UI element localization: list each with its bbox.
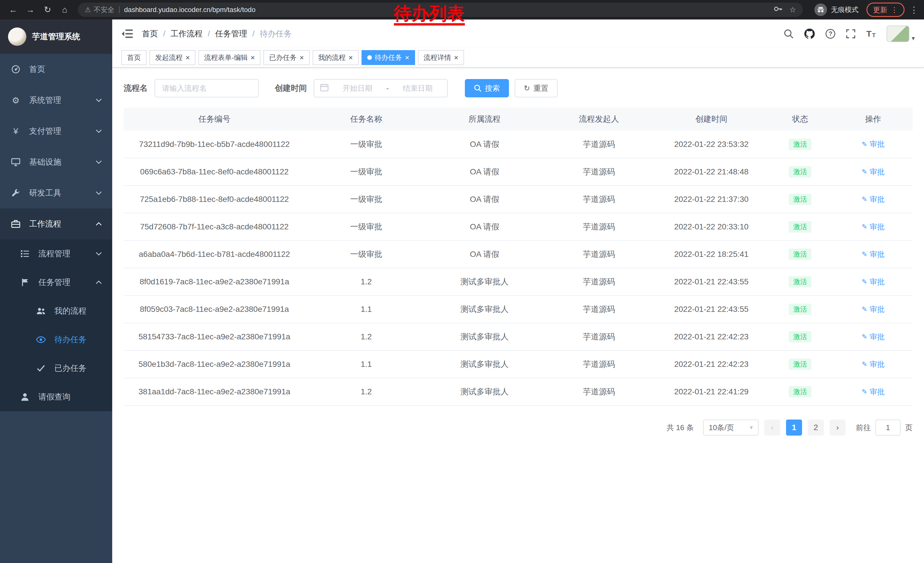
goto-page-input[interactable] [875, 419, 900, 435]
bookmark-star-icon[interactable]: ☆ [789, 6, 796, 14]
security-status[interactable]: ⚠ 不安全 [85, 5, 114, 14]
tab-todo-tasks[interactable]: 待办任务× [362, 50, 415, 65]
col-task-id: 任务编号 [124, 108, 305, 131]
table-row: 8f0d1619-7ac8-11ec-a9e2-a2380e71991a1.2测… [124, 268, 912, 296]
close-icon[interactable]: × [299, 54, 304, 61]
status-badge: 激活 [789, 221, 812, 233]
approve-button[interactable]: ✎审批 [862, 139, 885, 149]
github-icon[interactable] [804, 29, 814, 39]
browser-menu-icon[interactable]: ⋮ [910, 5, 918, 15]
top-navbar: 首页 工作流程 任务管理 待办任务 ? TT ▾ [112, 20, 924, 48]
approve-button[interactable]: ✎审批 [862, 305, 885, 314]
tab-start-process[interactable]: 发起流程× [149, 50, 195, 65]
sidebar-item-label: 待办任务 [54, 334, 87, 345]
next-page-button[interactable]: › [830, 419, 846, 435]
sidebar-item-system-management[interactable]: ⚙ 系统管理 [0, 85, 112, 116]
approve-button[interactable]: ✎审批 [862, 222, 885, 232]
dashboard-icon [10, 65, 21, 74]
table-row: 069c6a63-7b8a-11ec-8ef0-acde48001122一级审批… [124, 158, 912, 186]
chevron-down-icon [96, 252, 102, 255]
sidebar-item-my-processes[interactable]: 我的流程 [0, 297, 112, 325]
sidebar-item-home[interactable]: 首页 [0, 54, 112, 85]
warning-icon: ⚠ [85, 6, 91, 14]
chevron-down-icon [96, 99, 102, 102]
page-size-select[interactable]: 10条/页 ▾ [703, 419, 759, 435]
user-avatar[interactable]: ▾ [886, 26, 915, 42]
reset-button[interactable]: ↻ 重置 [514, 79, 558, 98]
status-badge: 激活 [789, 303, 812, 315]
incognito-label: 无痕模式 [831, 5, 858, 14]
breadcrumb-workflow[interactable]: 工作流程 [171, 29, 215, 39]
close-icon[interactable]: × [349, 54, 353, 61]
help-icon[interactable]: ? [825, 29, 835, 39]
edit-icon: ✎ [862, 140, 867, 148]
page-button-1[interactable]: 1 [786, 419, 802, 435]
approve-button[interactable]: ✎审批 [862, 332, 885, 342]
approve-button[interactable]: ✎审批 [862, 194, 885, 204]
sidebar-item-process-management[interactable]: 流程管理 [0, 239, 112, 268]
tab-process-detail[interactable]: 流程详情× [418, 50, 464, 65]
sidebar-item-label: 任务管理 [38, 277, 70, 288]
prev-page-button[interactable]: ‹ [764, 419, 780, 435]
navbar-actions: ? TT ▾ [784, 26, 915, 42]
calendar-icon [320, 83, 328, 93]
edit-icon: ✎ [862, 168, 867, 176]
font-size-icon[interactable]: TT [866, 29, 876, 39]
sidebar-item-payment-management[interactable]: ¥ 支付管理 [0, 116, 112, 147]
sidebar-item-infrastructure[interactable]: 基础设施 [0, 147, 112, 177]
password-key-icon[interactable] [773, 5, 783, 15]
process-name-input[interactable] [154, 79, 259, 98]
sidebar-item-label: 系统管理 [29, 95, 61, 106]
date-range-picker[interactable]: 开始日期 - 结束日期 [314, 79, 448, 98]
approve-button[interactable]: ✎审批 [862, 277, 885, 287]
logo-avatar-image [8, 27, 26, 46]
app-logo[interactable]: 芋道管理系统 [0, 20, 112, 54]
sidebar: 芋道管理系统 首页 ⚙ 系统管理 ¥ 支付管理 基础设施 [0, 20, 112, 563]
approve-button[interactable]: ✎审批 [862, 387, 885, 397]
sidebar-item-workflow[interactable]: 工作流程 [0, 209, 112, 239]
sidebar-item-todo-tasks[interactable]: 待办任务 [0, 325, 112, 354]
breadcrumb-home[interactable]: 首页 [142, 29, 171, 39]
chevron-down-icon [96, 161, 102, 164]
close-icon[interactable]: × [405, 54, 410, 61]
sidebar-item-task-management[interactable]: 任务管理 [0, 268, 112, 297]
sidebar-item-dev-tools[interactable]: 研发工具 [0, 177, 112, 209]
browser-reload-icon[interactable]: ↻ [40, 2, 55, 17]
browser-home-icon[interactable]: ⌂ [57, 2, 72, 17]
search-button[interactable]: 搜索 [465, 79, 509, 98]
address-bar[interactable]: ⚠ 不安全 dashboard.yudao.iocoder.cn/bpm/tas… [78, 3, 803, 17]
breadcrumb-task-management[interactable]: 任务管理 [215, 29, 260, 39]
col-actions: 操作 [834, 108, 912, 131]
tab-process-form-edit[interactable]: 流程表单-编辑× [198, 50, 261, 65]
browser-forward-icon[interactable]: → [23, 2, 38, 17]
close-icon[interactable]: × [250, 54, 255, 61]
tags-view-bar: 首页 发起流程× 流程表单-编辑× 已办任务× 我的流程× 待办任务× 流程详情… [112, 48, 924, 68]
sidebar-menu: 首页 ⚙ 系统管理 ¥ 支付管理 基础设施 研发工具 [0, 54, 112, 411]
chevron-down-icon [96, 129, 102, 133]
close-icon[interactable]: × [186, 54, 190, 61]
edit-icon: ✎ [862, 278, 867, 286]
edit-icon: ✎ [862, 250, 867, 258]
sidebar-item-done-tasks[interactable]: 已办任务 [0, 354, 112, 383]
approve-button[interactable]: ✎审批 [862, 167, 885, 177]
page-button-2[interactable]: 2 [808, 419, 824, 435]
search-icon[interactable] [784, 29, 794, 39]
sidebar-collapse-icon[interactable] [122, 29, 133, 39]
approve-button[interactable]: ✎审批 [862, 249, 885, 260]
chevron-down-icon [96, 191, 102, 195]
table-row: a6aba0a4-7b6d-11ec-b781-acde48001122一级审批… [124, 240, 912, 268]
todo-task-table: 任务编号 任务名称 所属流程 流程发起人 创建时间 状态 操作 73211d9d… [124, 108, 912, 406]
pagination: 共 16 条 10条/页 ▾ ‹ 1 2 › 前往 页 [124, 419, 912, 435]
tab-my-processes[interactable]: 我的流程× [313, 50, 358, 65]
edit-icon: ✎ [862, 360, 867, 368]
tab-home[interactable]: 首页 [122, 50, 147, 65]
browser-back-icon[interactable]: ← [6, 2, 21, 17]
fullscreen-icon[interactable] [846, 29, 855, 38]
sidebar-item-leave-query[interactable]: 请假查询 [0, 383, 112, 411]
approve-button[interactable]: ✎审批 [862, 359, 885, 369]
edit-icon: ✎ [862, 305, 867, 313]
table-row: 580e1b3d-7ac8-11ec-a9e2-a2380e71991a1.1测… [124, 350, 912, 378]
browser-update-button[interactable]: 更新 ⋮ [867, 3, 904, 17]
tab-done-tasks[interactable]: 已办任务× [263, 50, 309, 65]
close-icon[interactable]: × [454, 54, 458, 61]
